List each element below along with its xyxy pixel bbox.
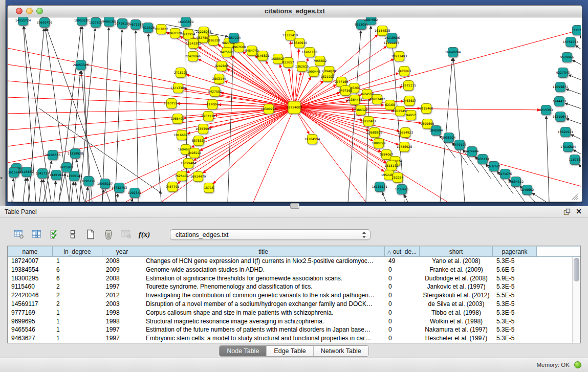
table-selector-dropdown[interactable]: citations_edges.txt bbox=[170, 229, 371, 240]
graph-node[interactable]: 9529966 bbox=[560, 53, 574, 62]
graph-node[interactable]: 8267130 bbox=[202, 112, 215, 121]
graph-node[interactable]: 12975115 bbox=[401, 81, 417, 91]
panel-divider-strip[interactable]: ▸ bbox=[0, 0, 6, 206]
table-row[interactable]: 2242004622012Investigating the contribut… bbox=[8, 291, 580, 300]
column-header-name[interactable]: name bbox=[8, 246, 53, 257]
graph-node[interactable]: 1292344 bbox=[128, 188, 142, 198]
network-view-window[interactable]: citations_edges.txt 18724007766382289601… bbox=[7, 5, 582, 202]
graph-node[interactable]: 2803144 bbox=[212, 74, 226, 84]
table-row[interactable]: 946362711997Embryonic stem cells: a mode… bbox=[8, 334, 580, 343]
graph-node[interactable]: 16033809 bbox=[178, 17, 194, 27]
graph-node[interactable]: 1733426 bbox=[395, 185, 409, 194]
memory-status-indicator[interactable] bbox=[574, 361, 581, 368]
graph-node[interactable]: 117006 bbox=[207, 100, 219, 110]
table-row[interactable]: 969969511998Structural magnetic resonanc… bbox=[8, 317, 580, 326]
graph-node[interactable]: 15692921 bbox=[558, 127, 574, 137]
graph-node[interactable]: 9463627 bbox=[403, 96, 417, 106]
column-header-title[interactable]: title bbox=[142, 246, 385, 257]
graph-node[interactable]: 10953287 bbox=[74, 17, 90, 26]
graph-node[interactable]: 7632621 bbox=[487, 162, 501, 171]
graph-node[interactable]: 1244413 bbox=[553, 97, 567, 106]
new-table-icon[interactable] bbox=[85, 229, 96, 240]
graph-node[interactable]: 9777169 bbox=[335, 77, 349, 87]
row-height-icon[interactable] bbox=[67, 229, 78, 240]
graph-node[interactable]: 94957 bbox=[406, 111, 416, 120]
table-column-icon[interactable] bbox=[31, 229, 42, 240]
tab-edge-table[interactable]: Edge Table bbox=[266, 346, 313, 356]
table-row[interactable]: 1456911722003Disruption of a novel membe… bbox=[8, 300, 580, 309]
graph-node[interactable]: 16961758 bbox=[302, 48, 318, 57]
graph-node[interactable]: 116753 bbox=[569, 155, 581, 165]
table-row[interactable]: 1872400712008Changes of HCN gene express… bbox=[8, 257, 580, 266]
graph-node[interactable]: 17016504 bbox=[560, 142, 576, 152]
graph-node[interactable]: 8912954 bbox=[182, 30, 195, 39]
graph-node[interactable]: 252254 bbox=[392, 173, 404, 183]
graph-node[interactable]: 1880729 bbox=[372, 139, 386, 148]
graph-node[interactable]: 9474444 bbox=[465, 147, 479, 157]
graph-node[interactable]: 21364486 bbox=[347, 95, 363, 105]
float-window-icon[interactable] bbox=[563, 208, 571, 215]
graph-node[interactable]: 8215353 bbox=[539, 105, 553, 115]
column-header-pagerank[interactable]: pagerank bbox=[493, 246, 537, 257]
graph-node[interactable]: 8186328 bbox=[207, 36, 221, 46]
graph-node[interactable]: 15751074 bbox=[563, 37, 579, 47]
function-icon[interactable]: f(x) bbox=[139, 229, 150, 240]
network-window-titlebar[interactable]: citations_edges.txt bbox=[8, 6, 582, 17]
graph-node[interactable]: 19384554 bbox=[304, 135, 320, 144]
graph-node[interactable]: 8938924 bbox=[442, 133, 456, 143]
graph-node[interactable]: 17359928 bbox=[68, 149, 83, 159]
graph-node[interactable]: 18720407 bbox=[361, 117, 377, 126]
graph-node[interactable]: 9466160 bbox=[102, 17, 116, 27]
graph-node[interactable]: 14671388 bbox=[128, 20, 144, 30]
tab-network-table[interactable]: Network Table bbox=[313, 346, 368, 356]
graph-node[interactable]: 9498222 bbox=[188, 148, 202, 158]
graph-node[interactable]: 9242848 bbox=[215, 61, 229, 71]
close-panel-icon[interactable]: ✕ bbox=[576, 207, 582, 215]
graph-node[interactable]: 16136141 bbox=[372, 182, 388, 192]
graph-node[interactable]: 7663822 bbox=[155, 25, 168, 34]
graph-node[interactable]: 6497568 bbox=[339, 86, 353, 96]
graph-node[interactable]: 9146821 bbox=[256, 51, 270, 61]
graph-node[interactable]: 10688809 bbox=[367, 128, 383, 138]
column-header-in_degree[interactable]: in_degree bbox=[53, 246, 102, 257]
graph-node[interactable]: 1115689 bbox=[20, 167, 34, 177]
column-header-year[interactable]: year bbox=[102, 246, 142, 257]
tab-node-table[interactable]: Node Table bbox=[220, 346, 266, 356]
graph-node[interactable]: 1117 bbox=[573, 26, 581, 35]
graph-node[interactable]: 2935114 bbox=[476, 155, 490, 164]
graph-node[interactable]: 8471676 bbox=[498, 169, 512, 179]
graph-node[interactable]: 1527602 bbox=[89, 18, 103, 28]
graph-node[interactable]: 2718126 bbox=[174, 68, 188, 78]
graph-node[interactable]: 9227343 bbox=[556, 68, 570, 78]
graph-node[interactable]: 8960128 bbox=[168, 29, 182, 38]
graph-node[interactable]: 16782753 bbox=[112, 183, 127, 193]
graph-node[interactable]: 7485063 bbox=[398, 67, 411, 76]
graph-node[interactable]: 14055724 bbox=[15, 17, 31, 26]
graph-node[interactable]: 16099484 bbox=[181, 159, 197, 168]
graph-node[interactable]: 1990448 bbox=[307, 67, 321, 77]
column-header-short[interactable]: short bbox=[420, 246, 493, 257]
graph-node[interactable]: 22420046 bbox=[185, 52, 201, 61]
table-scrollbar[interactable] bbox=[572, 257, 580, 343]
table-row[interactable]: 1938455462009Genome-wide association stu… bbox=[8, 266, 580, 274]
graph-node[interactable]: 9457791 bbox=[166, 182, 180, 192]
column-header-out_de[interactable]: △out_de... bbox=[385, 246, 420, 257]
graph-node[interactable]: 1342737 bbox=[36, 169, 50, 179]
graph-node[interactable]: 7955812 bbox=[313, 56, 327, 66]
graph-node[interactable]: 1145194 bbox=[50, 170, 63, 180]
graph-node[interactable]: 1965492 bbox=[171, 114, 185, 124]
graph-node[interactable]: 391594 bbox=[8, 168, 20, 178]
graph-node[interactable]: 8427552 bbox=[208, 87, 222, 97]
graph-node[interactable]: 28053346 bbox=[73, 60, 89, 70]
graph-node[interactable]: 9245652 bbox=[520, 185, 534, 195]
graph-node[interactable]: 8878334 bbox=[192, 136, 206, 146]
graph-node[interactable]: 1615132 bbox=[385, 161, 399, 171]
graph-node[interactable]: 7386322 bbox=[354, 105, 368, 115]
splitter-grip[interactable] bbox=[290, 203, 299, 209]
table-settings-icon[interactable] bbox=[13, 229, 25, 240]
graph-node[interactable]: 822057 bbox=[282, 58, 294, 68]
graph-node[interactable]: 15716 bbox=[204, 183, 213, 193]
graph-node[interactable]: 1588520 bbox=[271, 54, 285, 64]
network-canvas[interactable]: 1872400776638228960128891295422226038982… bbox=[8, 17, 581, 202]
graph-node[interactable]: 62160 bbox=[385, 100, 395, 110]
